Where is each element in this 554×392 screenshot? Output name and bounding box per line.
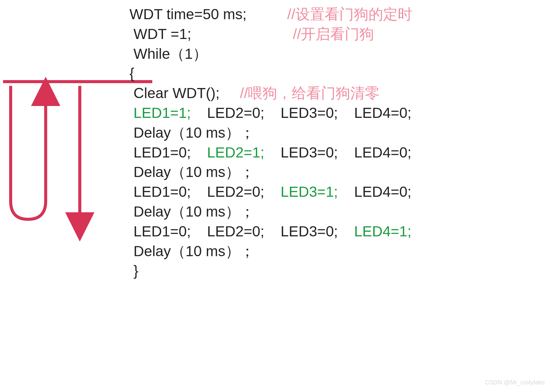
code-line-4: {	[129, 65, 134, 81]
watermark: CSDN @Mr_rustylake	[485, 379, 545, 386]
led1-on: LED1=1;	[133, 105, 191, 121]
code-line-14: }	[129, 263, 138, 279]
led3-on: LED3=1;	[281, 184, 338, 200]
comment-wdt-time: //设置看门狗的定时	[287, 6, 412, 22]
led4-on: LED4=1;	[354, 223, 411, 239]
code-line-10: LED1=0; LED2=0; LED3=1; LED4=0;	[129, 184, 411, 200]
code-line-13: Delay（10 ms）；	[129, 243, 255, 259]
code-line-8: LED1=0; LED2=1; LED3=0; LED4=0;	[129, 144, 411, 161]
comment-feed-dog: //喂狗，给看门狗清零	[240, 85, 380, 101]
code-line-3: While（1）	[129, 46, 207, 62]
code-line-1: WDT time=50 ms; //设置看门狗的定时	[129, 6, 412, 22]
code-line-5: Clear WDT(); //喂狗，给看门狗清零	[129, 85, 379, 101]
comment-wdt-enable: //开启看门狗	[293, 26, 374, 42]
code-line-12: LED1=0; LED2=0; LED3=0; LED4=1;	[129, 223, 411, 239]
code-line-6: LED1=1; LED2=0; LED3=0; LED4=0;	[129, 105, 411, 121]
code-line-11: Delay（10 ms）；	[129, 203, 255, 220]
code-line-9: Delay（10 ms）；	[129, 164, 255, 180]
diagram-u-turn-arrow	[11, 86, 46, 219]
code-block: WDT time=50 ms; //设置看门狗的定时 WDT =1; //开启看…	[129, 5, 412, 281]
led2-on: LED2=1;	[207, 144, 264, 161]
code-line-7: Delay（10 ms）；	[129, 125, 255, 141]
code-line-2: WDT =1; //开启看门狗	[129, 26, 374, 42]
